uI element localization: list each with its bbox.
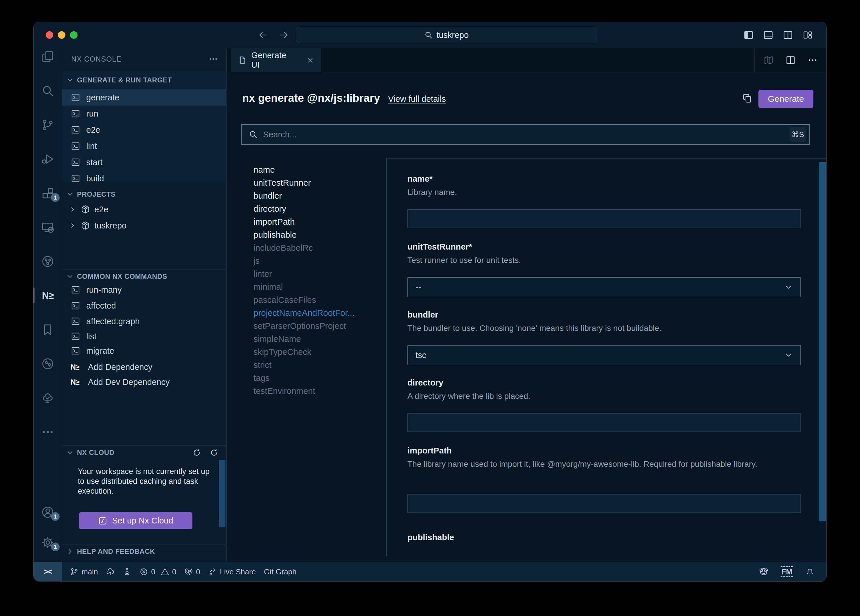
bell-icon[interactable] bbox=[805, 567, 815, 577]
zoom-window-button[interactable] bbox=[70, 31, 78, 39]
option-nav-importPath[interactable]: importPath bbox=[253, 215, 355, 228]
activity-bookmarks[interactable] bbox=[34, 320, 62, 339]
format-files-indicator[interactable]: FM bbox=[781, 566, 793, 577]
field-input-name[interactable] bbox=[407, 209, 801, 228]
section-header-generate-run-target[interactable]: GENERATE & RUN TARGET bbox=[62, 74, 226, 87]
section-header-nx-cloud[interactable]: NX CLOUD bbox=[62, 445, 226, 459]
option-nav-name[interactable]: name bbox=[253, 163, 355, 176]
sidebar-more-actions-icon[interactable] bbox=[208, 54, 218, 64]
form-scrollbar[interactable] bbox=[819, 162, 826, 521]
target-item-build[interactable]: build bbox=[62, 170, 226, 182]
command-add-dependency[interactable]: N≥Add Dependency bbox=[62, 359, 226, 375]
git-graph-button[interactable]: Git Graph bbox=[264, 567, 297, 576]
close-window-button[interactable] bbox=[46, 31, 53, 39]
option-nav-bundler[interactable]: bundler bbox=[253, 189, 355, 202]
chevron-right-icon bbox=[66, 547, 74, 556]
sidebar-scrollbar[interactable] bbox=[219, 460, 225, 527]
field-label-publishable: publishable bbox=[407, 533, 454, 542]
activity-run-debug[interactable] bbox=[34, 150, 62, 168]
ports-indicator[interactable]: 0 bbox=[184, 567, 200, 576]
project-item-e2e[interactable]: e2e bbox=[62, 201, 226, 218]
option-nav-directory[interactable]: directory bbox=[253, 202, 355, 215]
tab-generate-ui[interactable]: Generate UI bbox=[231, 48, 321, 72]
live-share-button[interactable]: Live Share bbox=[208, 567, 256, 576]
field-select-bundler[interactable]: tsc bbox=[407, 345, 801, 365]
cloud-upload-icon bbox=[106, 567, 115, 576]
activity-bar: 1 N≥ 1 1 bbox=[34, 48, 62, 562]
activity-source-control[interactable] bbox=[34, 116, 62, 134]
sidebar-nx-console: NX CONSOLE GENERATE & RUN TARGET generat… bbox=[62, 48, 227, 562]
branch-indicator[interactable]: main bbox=[70, 567, 98, 576]
option-nav-strict[interactable]: strict bbox=[253, 358, 355, 371]
activity-testing[interactable] bbox=[34, 389, 62, 407]
sync-button[interactable] bbox=[106, 567, 115, 576]
option-nav-linter[interactable]: linter bbox=[253, 267, 355, 280]
terminal-icon bbox=[71, 346, 80, 356]
remote-indicator[interactable]: >< bbox=[34, 562, 62, 581]
editor-more-actions-icon[interactable] bbox=[807, 55, 818, 65]
target-item-start[interactable]: start bbox=[62, 154, 226, 170]
error-count: 0 bbox=[151, 567, 155, 576]
option-nav-js[interactable]: js bbox=[253, 254, 355, 267]
activity-nx-console[interactable]: N≥ bbox=[34, 286, 62, 305]
option-nav-minimal[interactable]: minimal bbox=[253, 280, 355, 293]
customize-layout-icon[interactable] bbox=[802, 30, 813, 41]
refresh-icon[interactable] bbox=[210, 448, 219, 457]
problems-indicator[interactable]: 0 0 bbox=[140, 567, 176, 576]
warning-icon bbox=[161, 567, 169, 576]
section-header-projects[interactable]: PROJECTS bbox=[62, 188, 226, 201]
field-select-unitTestRunner[interactable]: -- bbox=[407, 277, 801, 297]
toggle-panel-icon[interactable] bbox=[763, 30, 774, 41]
activity-gitlens[interactable] bbox=[34, 252, 62, 271]
option-nav-includeBabelRc[interactable]: includeBabelRc bbox=[253, 241, 355, 254]
activity-settings[interactable]: 1 bbox=[34, 533, 62, 552]
option-nav-pascalCaseFiles[interactable]: pascalCaseFiles bbox=[253, 293, 355, 306]
command-center-search[interactable]: tuskrepo bbox=[296, 27, 597, 43]
option-nav-publishable[interactable]: publishable bbox=[253, 228, 355, 241]
activity-more[interactable] bbox=[34, 423, 62, 441]
toggle-sidebar-icon[interactable] bbox=[743, 30, 754, 41]
setup-nx-cloud-button[interactable]: Set up Nx Cloud bbox=[79, 512, 192, 529]
option-nav-setParserOptionsProject[interactable]: setParserOptionsProject bbox=[253, 319, 355, 332]
activity-search[interactable] bbox=[34, 82, 62, 100]
target-item-e2e[interactable]: e2e bbox=[62, 122, 226, 138]
activity-git-graph[interactable] bbox=[34, 354, 62, 373]
target-item-run[interactable]: run bbox=[62, 105, 226, 122]
command-affected-graph[interactable]: affected:graph bbox=[62, 314, 226, 329]
search-icon bbox=[424, 31, 433, 39]
close-tab-icon[interactable] bbox=[307, 56, 314, 64]
stash-indicator[interactable] bbox=[123, 567, 131, 576]
option-nav-projectNameAndRootFormat[interactable]: projectNameAndRootFor... bbox=[253, 306, 355, 319]
options-form-divider bbox=[386, 158, 387, 556]
warning-count: 0 bbox=[172, 567, 176, 576]
section-header-common-commands[interactable]: COMMON NX COMMANDS bbox=[62, 269, 226, 282]
monkey-face-icon[interactable] bbox=[759, 567, 769, 577]
field-input-directory[interactable] bbox=[407, 413, 801, 432]
project-item-tuskrepo[interactable]: tuskrepo bbox=[62, 218, 226, 234]
toggle-secondary-sidebar-icon[interactable] bbox=[782, 30, 793, 41]
activity-extensions[interactable]: 1 bbox=[34, 184, 62, 202]
section-header-help-feedback[interactable]: HELP AND FEEDBACK bbox=[62, 545, 226, 558]
command-migrate[interactable]: migrate bbox=[62, 343, 226, 358]
refresh-icon[interactable] bbox=[192, 448, 201, 457]
command-list[interactable]: list bbox=[62, 329, 226, 344]
minimize-window-button[interactable] bbox=[58, 31, 65, 39]
option-nav-skipTypeCheck[interactable]: skipTypeCheck bbox=[253, 345, 355, 358]
package-icon bbox=[80, 204, 90, 214]
target-item-generate[interactable]: generate bbox=[62, 89, 226, 105]
option-nav-simpleName[interactable]: simpleName bbox=[253, 332, 355, 345]
option-nav-unitTestRunner[interactable]: unitTestRunner bbox=[253, 176, 355, 189]
activity-explorer[interactable] bbox=[34, 47, 62, 66]
command-run-many[interactable]: run-many bbox=[62, 282, 226, 297]
field-input-importPath[interactable] bbox=[407, 494, 801, 513]
target-item-lint[interactable]: lint bbox=[62, 138, 226, 154]
activity-accounts[interactable]: 1 bbox=[34, 503, 62, 522]
option-nav-testEnvironment[interactable]: testEnvironment bbox=[253, 384, 355, 397]
command-add-dev-dependency[interactable]: N≥Add Dev Dependency bbox=[62, 375, 226, 390]
back-arrow-icon[interactable] bbox=[258, 30, 268, 40]
activity-remote-explorer[interactable] bbox=[34, 218, 62, 237]
command-affected[interactable]: affected bbox=[62, 298, 226, 313]
field-label-bundler: bundler bbox=[407, 310, 438, 320]
option-nav-tags[interactable]: tags bbox=[253, 371, 355, 384]
forward-arrow-icon[interactable] bbox=[279, 30, 289, 40]
